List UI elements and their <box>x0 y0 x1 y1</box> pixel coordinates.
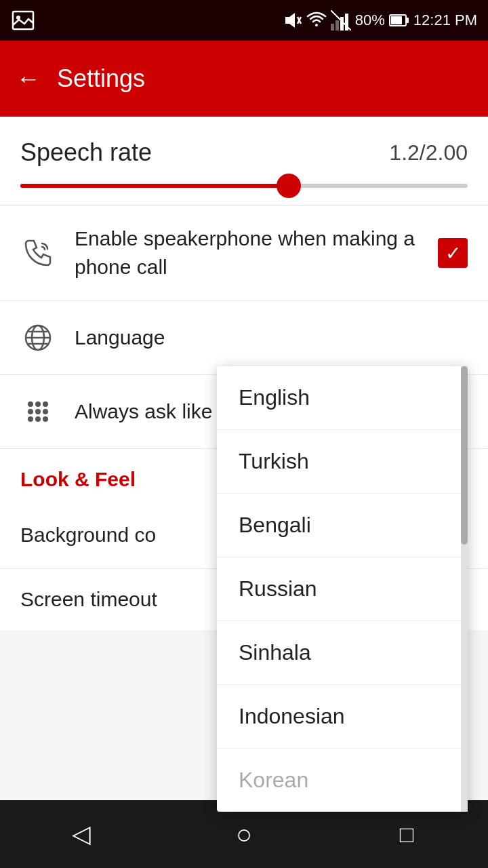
dialpad-icon-container <box>20 394 56 429</box>
back-nav-button[interactable]: ◁ <box>61 814 102 854</box>
phone-icon-container <box>20 235 56 271</box>
svg-rect-6 <box>336 20 339 31</box>
dropdown-item-korean[interactable]: Korean <box>217 749 468 812</box>
svg-point-23 <box>43 409 48 414</box>
svg-point-21 <box>28 409 33 414</box>
back-nav-icon: ◁ <box>72 820 91 848</box>
globe-icon <box>23 323 53 353</box>
dropdown-item-english[interactable]: English <box>217 366 468 430</box>
phone-icon <box>23 238 53 268</box>
svg-rect-11 <box>391 16 402 24</box>
slider-fill <box>20 184 289 188</box>
look-feel-title: Look & Feel <box>20 468 136 490</box>
background-color-label: Background co <box>20 524 156 546</box>
recent-nav-button[interactable]: □ <box>386 814 427 854</box>
language-content: Language <box>75 323 468 352</box>
image-icon <box>11 8 35 33</box>
top-bar: ← Settings <box>0 41 488 117</box>
svg-marker-2 <box>285 13 295 28</box>
status-left-icons <box>11 0 35 41</box>
svg-point-19 <box>35 401 41 407</box>
svg-point-25 <box>35 416 41 422</box>
svg-point-24 <box>28 416 33 422</box>
speakerphone-item[interactable]: Enable speakerphone when making a phone … <box>0 205 488 301</box>
status-right-icons: 80% 12:21 PM <box>282 10 477 31</box>
speakerphone-checkbox[interactable]: ✓ <box>438 238 468 268</box>
svg-point-1 <box>16 16 20 20</box>
language-label: Language <box>75 326 165 349</box>
battery-percent: 80% <box>355 12 385 29</box>
svg-point-22 <box>35 409 41 414</box>
speech-rate-label: Speech rate <box>20 138 152 167</box>
language-dropdown[interactable]: English Turkish Bengali Russian Sinhala … <box>217 366 468 812</box>
globe-icon-container <box>20 320 56 355</box>
svg-point-20 <box>43 401 48 407</box>
dropdown-scrollbar[interactable] <box>461 366 468 812</box>
mute-icon <box>282 10 302 31</box>
speech-rate-value: 1.2/2.00 <box>389 140 468 165</box>
dropdown-item-bengali[interactable]: Bengali <box>217 494 468 557</box>
dropdown-item-sinhala[interactable]: Sinhala <box>217 621 468 685</box>
home-nav-button[interactable]: ○ <box>224 814 264 854</box>
svg-rect-7 <box>340 17 344 31</box>
speech-rate-section: Speech rate 1.2/2.00 <box>0 117 488 205</box>
speech-rate-header: Speech rate 1.2/2.00 <box>20 138 468 167</box>
back-button[interactable]: ← <box>16 64 41 93</box>
speech-rate-slider[interactable] <box>20 183 468 189</box>
scrollbar-thumb <box>461 366 468 545</box>
dropdown-item-russian[interactable]: Russian <box>217 557 468 621</box>
signal-icon <box>331 10 351 31</box>
slider-thumb[interactable] <box>277 174 301 198</box>
recent-nav-icon: □ <box>400 821 414 848</box>
language-item[interactable]: Language <box>0 301 488 375</box>
home-nav-icon: ○ <box>236 819 252 850</box>
battery-icon <box>389 10 409 31</box>
checkmark-icon: ✓ <box>445 242 461 264</box>
svg-rect-12 <box>406 18 409 23</box>
page-title: Settings <box>57 64 145 93</box>
status-bar: 80% 12:21 PM <box>0 0 488 41</box>
wifi-icon <box>306 10 327 31</box>
svg-point-18 <box>28 401 33 407</box>
dropdown-item-turkish[interactable]: Turkish <box>217 430 468 494</box>
speakerphone-label: Enable speakerphone when making a phone … <box>75 227 415 278</box>
speakerphone-content: Enable speakerphone when making a phone … <box>75 224 419 281</box>
dropdown-item-indonesian[interactable]: Indonesian <box>217 685 468 749</box>
svg-rect-5 <box>331 24 334 31</box>
time-display: 12:21 PM <box>413 12 477 29</box>
svg-point-26 <box>43 416 48 422</box>
dialpad-icon <box>23 397 53 427</box>
